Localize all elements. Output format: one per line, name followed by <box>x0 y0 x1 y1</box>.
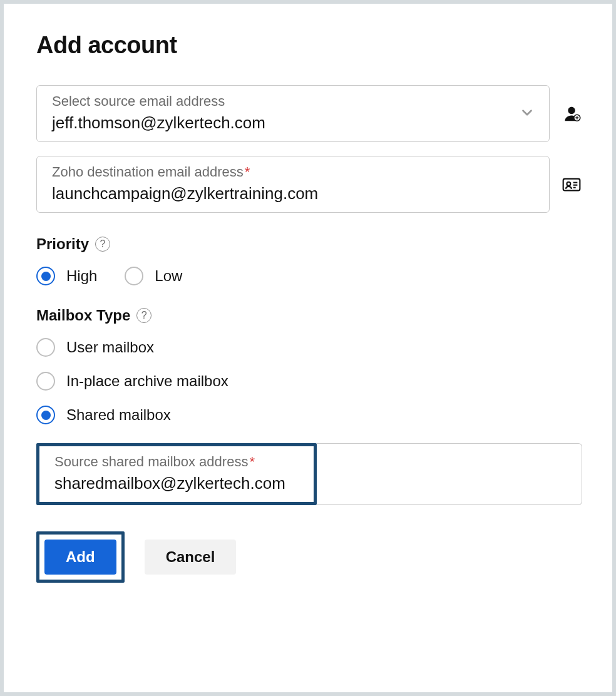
shared-mailbox-input[interactable] <box>54 474 305 493</box>
priority-radio-group: High Low <box>36 267 582 285</box>
highlight-frame: Source shared mailbox address* <box>36 443 317 505</box>
mailbox-user-label: User mailbox <box>66 339 154 356</box>
cancel-button[interactable]: Cancel <box>145 540 237 575</box>
required-asterisk: * <box>249 454 255 469</box>
mailbox-archive-label: In-place archive mailbox <box>66 372 228 390</box>
source-email-value: jeff.thomson@zylkertech.com <box>52 113 534 133</box>
mailbox-shared-label: Shared mailbox <box>66 406 171 424</box>
priority-section-title: Priority ? <box>36 235 582 253</box>
required-asterisk: * <box>245 164 250 180</box>
destination-email-field[interactable]: Zoho destination email address* <box>36 156 550 213</box>
help-icon[interactable]: ? <box>136 308 151 323</box>
destination-email-row: Zoho destination email address* <box>36 156 582 213</box>
add-user-icon[interactable] <box>561 105 582 123</box>
priority-low-label: Low <box>155 267 182 285</box>
source-email-select[interactable]: Select source email address jeff.thomson… <box>36 85 550 142</box>
help-icon[interactable]: ? <box>95 237 110 252</box>
priority-low-option[interactable]: Low <box>125 267 182 285</box>
add-button[interactable]: Add <box>44 540 116 575</box>
page-title: Add account <box>36 32 582 59</box>
priority-label: Priority <box>36 235 89 253</box>
highlight-frame: Add <box>36 531 125 583</box>
radio-icon <box>36 372 55 391</box>
mailbox-archive-option[interactable]: In-place archive mailbox <box>36 372 582 391</box>
shared-mailbox-label-text: Source shared mailbox address <box>54 454 248 469</box>
action-buttons: Add Cancel <box>36 531 582 583</box>
source-email-row: Select source email address jeff.thomson… <box>36 85 582 142</box>
radio-icon <box>36 406 55 424</box>
mailbox-type-section-title: Mailbox Type ? <box>36 307 582 324</box>
contact-card-icon[interactable] <box>561 175 582 195</box>
radio-icon <box>36 338 55 357</box>
shared-mailbox-field-extend <box>317 443 582 505</box>
add-account-panel: Add account Select source email address … <box>4 4 612 692</box>
shared-mailbox-field-row: Source shared mailbox address* <box>36 443 582 505</box>
priority-high-option[interactable]: High <box>36 267 97 285</box>
chevron-down-icon <box>519 105 535 123</box>
destination-email-input[interactable] <box>52 184 534 203</box>
priority-high-label: High <box>66 267 97 285</box>
mailbox-type-label: Mailbox Type <box>36 307 130 324</box>
radio-icon <box>125 267 143 285</box>
mailbox-type-radio-group: User mailbox In-place archive mailbox Sh… <box>36 338 582 424</box>
shared-mailbox-label: Source shared mailbox address* <box>54 454 305 470</box>
destination-email-label: Zoho destination email address* <box>52 164 534 180</box>
mailbox-shared-option[interactable]: Shared mailbox <box>36 406 582 424</box>
destination-email-label-text: Zoho destination email address <box>52 164 244 180</box>
mailbox-user-option[interactable]: User mailbox <box>36 338 582 357</box>
source-email-label: Select source email address <box>52 93 534 110</box>
svg-point-4 <box>567 182 570 185</box>
radio-icon <box>36 267 55 285</box>
shared-mailbox-field[interactable]: Source shared mailbox address* <box>39 446 314 502</box>
